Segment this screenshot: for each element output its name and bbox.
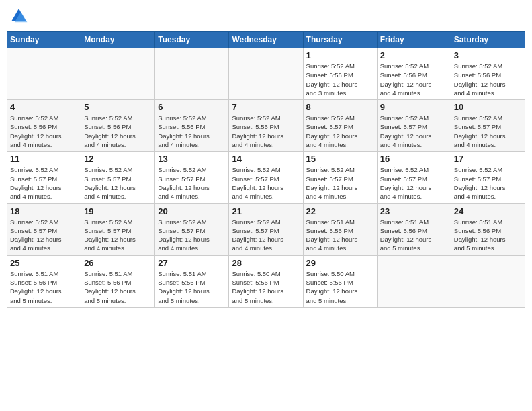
day-info: Sunrise: 5:52 AMSunset: 5:57 PMDaylight:… [380, 113, 448, 149]
calendar-cell [7, 48, 81, 100]
day-info: Sunrise: 5:51 AMSunset: 5:56 PMDaylight:… [380, 218, 448, 253]
calendar-cell: 18Sunrise: 5:52 AMSunset: 5:57 PMDayligh… [7, 203, 81, 255]
day-number: 11 [10, 154, 78, 164]
calendar-row-2: 4Sunrise: 5:52 AMSunset: 5:56 PMDaylight… [7, 100, 525, 152]
day-info: Sunrise: 5:51 AMSunset: 5:56 PMDaylight:… [10, 269, 78, 305]
weekday-header-friday: Friday [377, 32, 451, 48]
day-info: Sunrise: 5:52 AMSunset: 5:56 PMDaylight:… [84, 113, 152, 149]
day-info: Sunrise: 5:52 AMSunset: 5:57 PMDaylight:… [232, 165, 300, 201]
day-info: Sunrise: 5:51 AMSunset: 5:56 PMDaylight:… [454, 218, 522, 253]
weekday-header-monday: Monday [81, 32, 155, 48]
day-number: 7 [232, 102, 300, 112]
day-number: 24 [454, 206, 522, 216]
calendar-cell: 4Sunrise: 5:52 AMSunset: 5:56 PMDaylight… [7, 100, 81, 152]
calendar-cell: 22Sunrise: 5:51 AMSunset: 5:56 PMDayligh… [303, 203, 377, 255]
day-info: Sunrise: 5:52 AMSunset: 5:57 PMDaylight:… [10, 218, 78, 253]
day-info: Sunrise: 5:51 AMSunset: 5:56 PMDaylight:… [158, 269, 226, 305]
day-info: Sunrise: 5:52 AMSunset: 5:56 PMDaylight:… [158, 113, 226, 149]
calendar-cell: 28Sunrise: 5:50 AMSunset: 5:56 PMDayligh… [229, 255, 303, 307]
weekday-header-wednesday: Wednesday [229, 32, 303, 48]
calendar-cell: 13Sunrise: 5:52 AMSunset: 5:57 PMDayligh… [155, 152, 229, 203]
day-number: 29 [306, 258, 374, 268]
calendar-cell [229, 48, 303, 100]
day-number: 27 [158, 258, 226, 268]
weekday-header-tuesday: Tuesday [155, 32, 229, 48]
day-info: Sunrise: 5:51 AMSunset: 5:56 PMDaylight:… [306, 218, 374, 253]
calendar-cell: 11Sunrise: 5:52 AMSunset: 5:57 PMDayligh… [7, 152, 81, 203]
calendar-cell: 14Sunrise: 5:52 AMSunset: 5:57 PMDayligh… [229, 152, 303, 203]
calendar-cell: 8Sunrise: 5:52 AMSunset: 5:57 PMDaylight… [303, 100, 377, 152]
calendar-cell: 2Sunrise: 5:52 AMSunset: 5:56 PMDaylight… [377, 48, 451, 100]
day-number: 5 [84, 102, 152, 112]
day-number: 20 [158, 206, 226, 216]
day-number: 18 [10, 206, 78, 216]
day-number: 6 [158, 102, 226, 112]
weekday-header-row: SundayMondayTuesdayWednesdayThursdayFrid… [7, 32, 525, 48]
calendar-row-4: 18Sunrise: 5:52 AMSunset: 5:57 PMDayligh… [7, 203, 525, 255]
day-number: 4 [10, 102, 78, 112]
calendar-cell: 19Sunrise: 5:52 AMSunset: 5:57 PMDayligh… [81, 203, 155, 255]
calendar-cell: 3Sunrise: 5:52 AMSunset: 5:56 PMDaylight… [451, 48, 525, 100]
day-number: 14 [232, 154, 300, 164]
day-info: Sunrise: 5:51 AMSunset: 5:56 PMDaylight:… [84, 269, 152, 305]
day-info: Sunrise: 5:52 AMSunset: 5:56 PMDaylight:… [10, 113, 78, 149]
calendar-cell: 10Sunrise: 5:52 AMSunset: 5:57 PMDayligh… [451, 100, 525, 152]
day-number: 16 [380, 154, 448, 164]
calendar-cell: 15Sunrise: 5:52 AMSunset: 5:57 PMDayligh… [303, 152, 377, 203]
day-number: 17 [454, 154, 522, 164]
calendar-cell: 17Sunrise: 5:52 AMSunset: 5:57 PMDayligh… [451, 152, 525, 203]
calendar-cell: 1Sunrise: 5:52 AMSunset: 5:56 PMDaylight… [303, 48, 377, 100]
calendar-table: SundayMondayTuesdayWednesdayThursdayFrid… [7, 31, 525, 308]
day-number: 21 [232, 206, 300, 216]
calendar-cell: 21Sunrise: 5:52 AMSunset: 5:57 PMDayligh… [229, 203, 303, 255]
calendar-cell: 25Sunrise: 5:51 AMSunset: 5:56 PMDayligh… [7, 255, 81, 307]
calendar-cell: 6Sunrise: 5:52 AMSunset: 5:56 PMDaylight… [155, 100, 229, 152]
day-number: 22 [306, 206, 374, 216]
calendar-cell [155, 48, 229, 100]
day-number: 28 [232, 258, 300, 268]
day-info: Sunrise: 5:52 AMSunset: 5:57 PMDaylight:… [84, 218, 152, 253]
day-number: 15 [306, 154, 374, 164]
weekday-header-thursday: Thursday [303, 32, 377, 48]
day-info: Sunrise: 5:52 AMSunset: 5:57 PMDaylight:… [454, 113, 522, 149]
day-info: Sunrise: 5:52 AMSunset: 5:57 PMDaylight:… [454, 165, 522, 201]
day-info: Sunrise: 5:52 AMSunset: 5:57 PMDaylight:… [306, 165, 374, 201]
calendar-cell [451, 255, 525, 307]
calendar-cell: 12Sunrise: 5:52 AMSunset: 5:57 PMDayligh… [81, 152, 155, 203]
calendar-row-1: 1Sunrise: 5:52 AMSunset: 5:56 PMDaylight… [7, 48, 525, 100]
day-number: 2 [380, 50, 448, 60]
day-number: 8 [306, 102, 374, 112]
calendar-cell: 5Sunrise: 5:52 AMSunset: 5:56 PMDaylight… [81, 100, 155, 152]
logo-icon [9, 7, 28, 26]
calendar-cell: 16Sunrise: 5:52 AMSunset: 5:57 PMDayligh… [377, 152, 451, 203]
day-number: 3 [454, 50, 522, 60]
calendar-cell [81, 48, 155, 100]
day-number: 26 [84, 258, 152, 268]
day-info: Sunrise: 5:52 AMSunset: 5:56 PMDaylight:… [380, 62, 448, 97]
page-header [7, 7, 525, 26]
day-info: Sunrise: 5:52 AMSunset: 5:57 PMDaylight:… [306, 113, 374, 149]
day-number: 13 [158, 154, 226, 164]
calendar-row-3: 11Sunrise: 5:52 AMSunset: 5:57 PMDayligh… [7, 152, 525, 203]
day-number: 10 [454, 102, 522, 112]
day-number: 19 [84, 206, 152, 216]
day-info: Sunrise: 5:52 AMSunset: 5:57 PMDaylight:… [158, 218, 226, 253]
day-info: Sunrise: 5:52 AMSunset: 5:56 PMDaylight:… [454, 62, 522, 97]
day-number: 25 [10, 258, 78, 268]
day-number: 9 [380, 102, 448, 112]
calendar-cell: 27Sunrise: 5:51 AMSunset: 5:56 PMDayligh… [155, 255, 229, 307]
calendar-cell: 26Sunrise: 5:51 AMSunset: 5:56 PMDayligh… [81, 255, 155, 307]
day-number: 12 [84, 154, 152, 164]
day-number: 1 [306, 50, 374, 60]
weekday-header-sunday: Sunday [7, 32, 81, 48]
calendar-cell [377, 255, 451, 307]
day-info: Sunrise: 5:52 AMSunset: 5:57 PMDaylight:… [158, 165, 226, 201]
weekday-header-saturday: Saturday [451, 32, 525, 48]
calendar-cell: 20Sunrise: 5:52 AMSunset: 5:57 PMDayligh… [155, 203, 229, 255]
day-info: Sunrise: 5:52 AMSunset: 5:57 PMDaylight:… [380, 165, 448, 201]
day-info: Sunrise: 5:52 AMSunset: 5:57 PMDaylight:… [10, 165, 78, 201]
day-info: Sunrise: 5:52 AMSunset: 5:57 PMDaylight:… [232, 218, 300, 253]
day-number: 23 [380, 206, 448, 216]
calendar-cell: 23Sunrise: 5:51 AMSunset: 5:56 PMDayligh… [377, 203, 451, 255]
calendar-cell: 9Sunrise: 5:52 AMSunset: 5:57 PMDaylight… [377, 100, 451, 152]
